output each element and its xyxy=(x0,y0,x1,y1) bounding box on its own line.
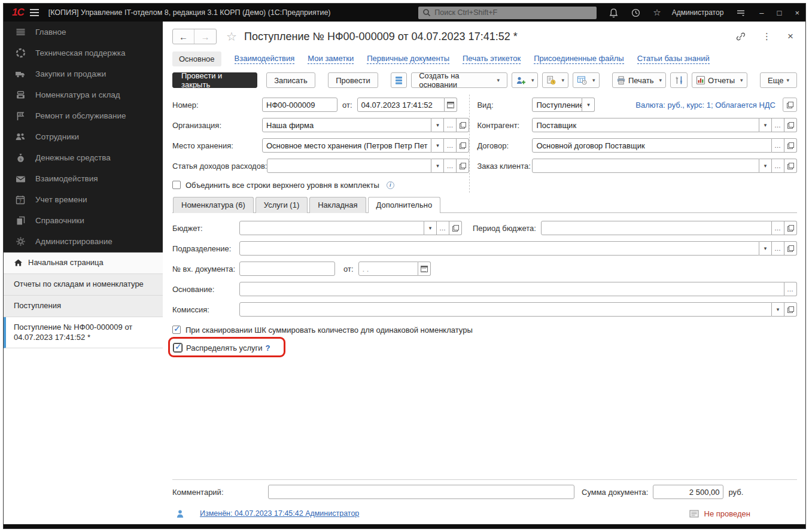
number-field[interactable]: НФ00-000009 xyxy=(262,98,337,112)
tab-attached-files[interactable]: Присоединенные файлы xyxy=(534,54,624,64)
document-tasks-button[interactable]: ▾ xyxy=(542,72,568,88)
service-tools-button[interactable] xyxy=(670,72,688,88)
sidebar-item-administration[interactable]: Администрирование xyxy=(4,231,163,252)
scheduled-table-button[interactable]: ▾ xyxy=(573,72,600,88)
copy-link-icon[interactable] xyxy=(735,31,746,42)
sidebar-item-purchases[interactable]: Закупки и продажи xyxy=(4,63,163,84)
dropdown-button[interactable]: ▾ xyxy=(759,159,772,173)
open-button[interactable] xyxy=(784,302,797,317)
close-form-icon[interactable]: × xyxy=(787,31,793,42)
commission-field[interactable] xyxy=(239,302,772,317)
save-button[interactable]: Записать xyxy=(266,72,315,88)
dropdown-button[interactable]: ▾ xyxy=(424,221,437,235)
date-field[interactable]: 04.07.2023 17:41:52 xyxy=(357,98,445,112)
open-button[interactable] xyxy=(783,98,797,112)
open-button[interactable] xyxy=(784,159,797,173)
window-item-reports[interactable]: Отчеты по складам и номенклатуре xyxy=(4,274,163,296)
basis-field[interactable] xyxy=(239,282,784,296)
tab-services[interactable]: Услуги (1) xyxy=(256,197,308,213)
sidebar-item-main[interactable]: Главное xyxy=(4,22,163,42)
incoming-date-field[interactable]: . . xyxy=(358,262,418,276)
ellipsis-button[interactable]: … xyxy=(444,138,457,153)
print-button[interactable]: Печать▾ xyxy=(612,72,666,88)
add-person-button[interactable]: ▾ xyxy=(512,72,539,88)
sidebar-item-repair[interactable]: Ремонт и обслуживание xyxy=(4,105,163,126)
global-search-input[interactable]: Поиск Ctrl+Shift+F xyxy=(418,7,597,19)
dropdown-button[interactable]: ▾ xyxy=(759,241,772,256)
ellipsis-button[interactable]: … xyxy=(772,138,784,153)
ellipsis-button[interactable]: … xyxy=(784,282,797,296)
storage-field[interactable]: Основное место хранения (Петров Петр Пет xyxy=(262,138,431,153)
incoming-doc-field[interactable] xyxy=(239,262,335,276)
dropdown-button[interactable]: ▾ xyxy=(759,118,772,132)
post-and-close-button[interactable]: Провести и закрыть xyxy=(172,72,257,88)
dropdown-button[interactable]: ▾ xyxy=(772,302,784,317)
tab-additional[interactable]: Дополнительно xyxy=(368,197,441,213)
open-button[interactable] xyxy=(784,118,797,132)
ellipsis-button[interactable]: … xyxy=(772,241,784,256)
favorites-star-icon[interactable]: ☆ xyxy=(653,7,661,18)
window-item-current-document[interactable]: Поступление № НФ00-000009 от 04.07.2023 … xyxy=(4,317,163,349)
sidebar-item-employees[interactable]: Сотрудники xyxy=(4,126,163,147)
dropdown-button[interactable]: ▾ xyxy=(582,98,595,112)
organization-field[interactable]: Наша фирма xyxy=(262,118,431,132)
forward-button[interactable]: → xyxy=(194,29,216,44)
dropdown-button[interactable]: ▾ xyxy=(431,118,444,132)
open-button[interactable] xyxy=(449,221,462,235)
open-button[interactable] xyxy=(784,241,797,256)
history-icon[interactable] xyxy=(631,8,641,18)
expense-item-field[interactable] xyxy=(267,159,431,173)
more-menu-icon[interactable]: ⋮ xyxy=(762,31,771,42)
sidebar-item-time[interactable]: 7 Учет времени xyxy=(4,189,163,210)
budget-field[interactable] xyxy=(239,221,424,235)
ellipsis-button[interactable]: … xyxy=(444,118,457,132)
currency-info-link[interactable]: Валюта: руб., курс: 1; Облагается НДС xyxy=(635,101,775,110)
maximize-button[interactable]: □ xyxy=(777,8,782,17)
calendar-button[interactable] xyxy=(418,262,431,276)
tab-invoice[interactable]: Накладная xyxy=(309,197,366,213)
contract-field[interactable]: Основной договор Поставщик xyxy=(532,138,772,153)
tab-nomenclature[interactable]: Номенклатура (6) xyxy=(173,197,254,213)
tab-print-labels[interactable]: Печать этикеток xyxy=(463,54,521,64)
scan-sum-checkbox[interactable] xyxy=(172,326,181,334)
main-menu-icon[interactable] xyxy=(30,9,39,16)
open-button[interactable] xyxy=(457,138,469,153)
department-field[interactable] xyxy=(239,241,759,256)
tab-interactions[interactable]: Взаимодействия xyxy=(235,54,295,64)
favorite-star-icon[interactable]: ☆ xyxy=(226,29,237,44)
budget-period-field[interactable] xyxy=(541,221,772,235)
sidebar-item-support[interactable]: Техническая поддержка xyxy=(4,42,163,63)
tab-my-notes[interactable]: Мои заметки xyxy=(308,54,354,64)
kind-field[interactable]: Поступление от xyxy=(532,98,582,112)
back-button[interactable]: ← xyxy=(173,29,194,44)
ellipsis-button[interactable]: … xyxy=(772,118,784,132)
document-movements-button[interactable] xyxy=(391,72,407,88)
distribute-services-checkbox[interactable] xyxy=(174,343,182,352)
help-question-link[interactable]: ? xyxy=(265,343,270,352)
ellipsis-button[interactable]: … xyxy=(772,159,784,173)
tab-knowledge-base[interactable]: Статьи базы знаний xyxy=(637,54,710,64)
window-item-home[interactable]: Начальная страница xyxy=(4,253,163,274)
tab-primary-documents[interactable]: Первичные документы xyxy=(367,54,449,64)
reports-button[interactable]: Отчеты▾ xyxy=(692,72,747,88)
tab-main[interactable]: Основное xyxy=(172,51,221,66)
post-button[interactable]: Провести xyxy=(328,72,378,88)
client-order-field[interactable] xyxy=(532,159,759,173)
calendar-button[interactable] xyxy=(445,98,457,112)
combine-rows-checkbox[interactable] xyxy=(172,181,181,189)
minimize-button[interactable]: – xyxy=(759,8,764,17)
open-button[interactable] xyxy=(784,138,797,153)
comment-field[interactable] xyxy=(268,485,574,499)
info-icon[interactable]: i xyxy=(387,181,394,189)
open-button[interactable] xyxy=(457,159,469,173)
create-based-on-button[interactable]: Создать на основании▾ xyxy=(411,72,507,88)
dropdown-button[interactable]: ▾ xyxy=(431,138,444,153)
sidebar-item-catalogs[interactable]: Справочники xyxy=(4,210,163,231)
more-button[interactable]: Еще▾ xyxy=(760,72,797,88)
ellipsis-button[interactable]: … xyxy=(437,221,449,235)
notifications-bell-icon[interactable] xyxy=(609,8,619,18)
sidebar-item-warehouse[interactable]: Номенклатура и склад xyxy=(4,84,163,105)
sidebar-item-money[interactable]: s Денежные средства xyxy=(4,147,163,168)
dropdown-button[interactable]: ▾ xyxy=(431,159,444,173)
ellipsis-button[interactable]: … xyxy=(444,159,457,173)
